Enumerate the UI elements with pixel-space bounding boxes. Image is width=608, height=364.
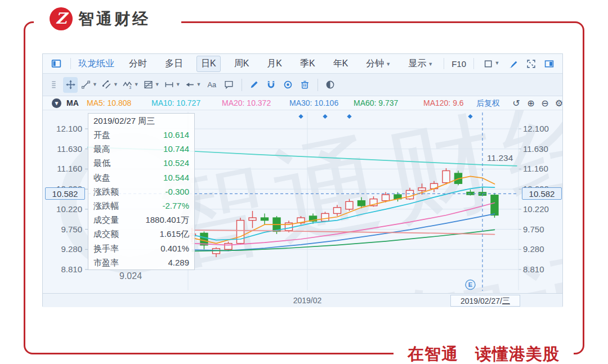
comment-tool[interactable]: [222, 77, 236, 93]
tab-周K[interactable]: 周K: [230, 56, 254, 72]
crosshair-date-box: 2019/02/27/三: [450, 295, 520, 307]
shape-select-icon[interactable]: ▼: [481, 57, 502, 70]
chevron-down-icon: ▼: [428, 61, 433, 67]
candle-body[interactable]: [358, 201, 365, 206]
undo-icon[interactable]: ↺: [510, 96, 522, 110]
tooltip-row-label: 换手率: [93, 241, 119, 255]
divider: [70, 58, 71, 69]
wave-tool[interactable]: 3▼: [122, 77, 140, 93]
chevron-down-icon: ▼: [386, 61, 391, 67]
yaxis-label-r: 9.750: [523, 224, 561, 234]
yaxis-label-r: 9.280: [523, 244, 561, 254]
event-diamond-icon[interactable]: [323, 114, 327, 119]
tab-日K[interactable]: 日K: [196, 56, 221, 72]
crosshair-price-box-right: 10.582: [522, 187, 562, 200]
horizontal-ray-icon: [164, 80, 174, 89]
tooltip-row-value: 1.615亿: [159, 227, 189, 241]
candle-body[interactable]: [249, 218, 256, 221]
candle-body[interactable]: [225, 244, 232, 250]
crosshair-date-day: 三: [502, 296, 510, 306]
panel-toggle-icon[interactable]: [542, 57, 556, 70]
zoom-out-icon[interactable]: ⊖: [539, 96, 551, 110]
target-tool[interactable]: [281, 77, 296, 93]
tooltip-row-label: 成交额: [93, 227, 119, 241]
yaxis-label-r: 10.220: [523, 204, 561, 214]
tab-月K[interactable]: 月K: [262, 56, 287, 72]
tooltip-row: 市盈率4.289: [88, 255, 194, 269]
chevron-down-icon: ▼: [134, 82, 139, 87]
tooltip-row: 换手率0.401%: [88, 241, 194, 255]
drag-handle-icon: [49, 80, 59, 89]
yaxis-label-l: 12.100: [44, 124, 82, 133]
display-menu[interactable]: 显示▼: [404, 56, 437, 72]
text-tool-tool[interactable]: Aa: [205, 77, 220, 93]
fibonacci-icon: [144, 80, 153, 89]
candle-body[interactable]: [200, 233, 208, 245]
tab-年K[interactable]: 年K: [329, 56, 353, 72]
yaxis-label-r: 11.630: [523, 144, 561, 154]
tab-季K[interactable]: 季K: [296, 56, 320, 72]
tooltip-row: 收盘10.544: [88, 170, 194, 185]
stock-name[interactable]: 玖龙纸业: [78, 58, 114, 70]
tooltip-row-label: 最低: [93, 156, 110, 170]
collapse-circle-icon[interactable]: ▼: [52, 98, 61, 108]
candle-body[interactable]: [406, 190, 414, 199]
settings-icon[interactable]: ⚙: [553, 96, 565, 110]
fullscreen-icon[interactable]: [524, 57, 538, 70]
pencil-icon: [249, 80, 259, 89]
channel-tool[interactable]: ▼: [101, 77, 119, 93]
candle-body[interactable]: [467, 192, 474, 195]
tab-多日[interactable]: 多日: [160, 56, 187, 72]
f10-button[interactable]: F10: [449, 59, 468, 69]
trash-tool[interactable]: [298, 77, 312, 93]
candle-body[interactable]: [491, 195, 498, 215]
trendline-tool[interactable]: ▼: [80, 77, 99, 93]
chevron-down-icon: ▼: [92, 82, 97, 87]
tab-minute[interactable]: 分钟▼: [361, 56, 395, 72]
candle-body[interactable]: [346, 201, 353, 209]
contrast-tool[interactable]: [323, 77, 338, 93]
divider: [242, 79, 242, 91]
pencil-tool[interactable]: [247, 77, 262, 93]
candle-body[interactable]: [321, 213, 329, 221]
candle-body[interactable]: [442, 170, 450, 182]
candle-body[interactable]: [382, 195, 390, 201]
chevron-down-icon: ▼: [495, 60, 500, 66]
yaxis-label-l: 9.750: [44, 224, 82, 234]
drag-handle-tool[interactable]: [46, 77, 61, 93]
brand-logo: Z 智通财经: [50, 7, 150, 30]
brush-icon[interactable]: [506, 57, 520, 70]
fibonacci-tool[interactable]: ▼: [142, 77, 161, 93]
tooltip-row-value: 10.744: [163, 142, 189, 156]
yaxis-label-l: 11.630: [44, 144, 82, 154]
tooltip-row-value: 0.401%: [160, 241, 189, 255]
zoom-in-icon[interactable]: ⊕: [525, 96, 537, 110]
tooltip-row-value: -0.300: [165, 185, 189, 199]
move-crosshair-tool[interactable]: [63, 77, 78, 93]
event-diamond-icon[interactable]: [298, 114, 303, 119]
ma-legend-ma30: MA30: 10.106: [289, 96, 338, 110]
arrow-left-tool[interactable]: ▼: [184, 77, 203, 93]
earnings-marker-label: E: [468, 281, 472, 288]
horizontal-ray-tool[interactable]: ▼: [163, 77, 182, 93]
candle-body[interactable]: [237, 221, 244, 244]
ma-legend-ma20: MA20: 10.372: [222, 96, 271, 110]
divider: [318, 79, 318, 91]
chart-app-window: 玖龙纸业 分时多日日K周K月K季K年K 分钟▼ 显示▼ F10 ▼ ▼▼3▼▼▼…: [42, 53, 563, 307]
trendline-icon: [81, 80, 91, 89]
window-layout-icon[interactable]: [50, 57, 63, 70]
event-diamond-icon[interactable]: [347, 114, 351, 119]
tab-分时[interactable]: 分时: [124, 56, 151, 72]
svg-text:3: 3: [129, 86, 131, 89]
xaxis-bar: 2019/02 2019/02/27/三: [43, 293, 562, 307]
tooltip-row-value: 4.289: [168, 255, 189, 269]
adjust-mode-button[interactable]: 后复权: [476, 96, 500, 110]
event-diamond-icon[interactable]: [468, 114, 472, 119]
candle-body[interactable]: [334, 208, 341, 214]
magnet-tool[interactable]: [264, 77, 279, 93]
ma-legend-ma60: MA60: 9.737: [354, 96, 398, 110]
candle-body[interactable]: [418, 188, 426, 191]
tooltip-row-label: 收盘: [93, 170, 110, 185]
candle-body[interactable]: [261, 218, 269, 221]
yaxis-label-r: 11.160: [523, 164, 561, 173]
